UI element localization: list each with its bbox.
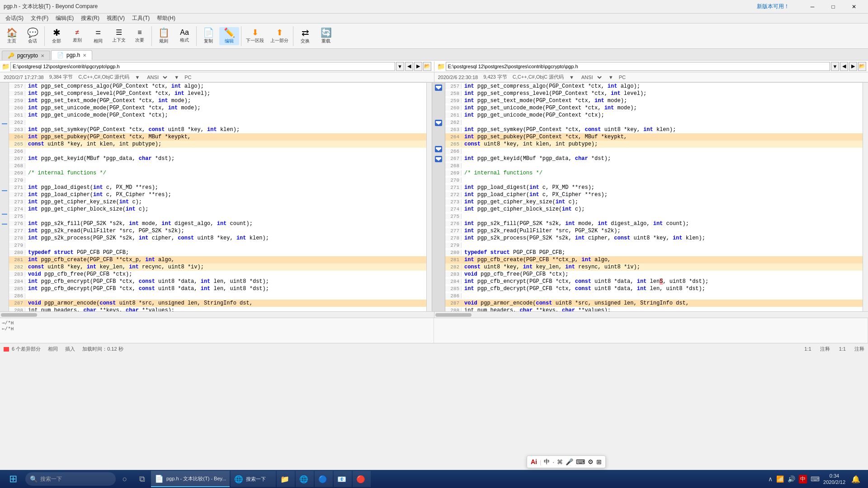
left-addr-dropdown[interactable]: ▼ xyxy=(396,62,404,71)
toolbar-copy[interactable]: 📄 复制 xyxy=(198,27,218,45)
left-addr-prev[interactable]: ◀ xyxy=(405,62,413,71)
tab-pgph-close[interactable]: ✕ xyxy=(83,53,86,58)
tab-pgcrypto-label: pgcrypto xyxy=(17,52,38,59)
taskbar-app-edge[interactable]: 🔵 xyxy=(315,471,333,487)
minimize-button[interactable]: ─ xyxy=(802,0,823,14)
taskbar-app-mail[interactable]: 📧 xyxy=(334,471,352,487)
left-hscrollbar[interactable] xyxy=(0,312,434,318)
table-row: 276int pgp_s2k_fill(PGP_S2K *s2k, int mo… xyxy=(445,220,863,227)
taskbar-app-search[interactable]: 🌐 搜索一下 xyxy=(231,471,276,487)
menu-file[interactable]: 文件(F) xyxy=(27,14,52,23)
tab-pgph-icon: 📄 xyxy=(57,52,64,58)
addr-separator xyxy=(434,61,434,71)
context-icon: ☰ xyxy=(116,29,122,36)
ime-apps-icon[interactable]: ⊞ xyxy=(596,458,602,465)
tray-arrow-icon[interactable]: ∧ xyxy=(768,475,773,483)
toolbar-context[interactable]: ☰ 上下文 xyxy=(109,28,129,44)
left-encoding-select[interactable]: ANSI UTF-8 xyxy=(145,74,169,80)
right-code-content: 257int pgp_set_compress_algo(PGP_Context… xyxy=(445,83,863,311)
notification-button[interactable]: 🔔 xyxy=(849,471,863,487)
tray-network-icon[interactable]: 📶 xyxy=(776,475,784,483)
right-code-lines: 257int pgp_set_compress_algo(PGP_Context… xyxy=(445,83,863,311)
left-vscrollbar[interactable] xyxy=(426,83,432,311)
left-addr-next[interactable]: ▶ xyxy=(414,62,422,71)
rules-icon: 📋 xyxy=(158,28,170,37)
toolbar-same[interactable]: = 相同 xyxy=(88,27,108,45)
ime-settings-icon[interactable]: ⚙ xyxy=(588,458,594,465)
toolbar-next[interactable]: ⬇ 下一区段 xyxy=(243,28,267,45)
right-addr-browse[interactable]: 📂 xyxy=(858,62,866,71)
bottom-left-line1: ⇒/*H xyxy=(2,320,432,326)
pos-left-note: 注释 xyxy=(820,346,830,352)
right-addr-next[interactable]: ▶ xyxy=(849,62,857,71)
new-version-link[interactable]: 新版本可用！ xyxy=(757,3,789,10)
taskbar-search-bar[interactable]: 🔍 搜索一下 xyxy=(25,472,116,486)
menu-view[interactable]: 视图(V) xyxy=(103,14,128,23)
ie-icon: 🌐 xyxy=(299,475,308,483)
cortana-button[interactable]: ○ xyxy=(117,471,133,487)
taskbar-app-ie[interactable]: 🌐 xyxy=(296,471,314,487)
toolbar-swap[interactable]: ⇄ 交换 xyxy=(295,27,315,45)
toolbar-prev-label: 上一部分 xyxy=(270,38,288,44)
right-addr-input[interactable] xyxy=(446,62,830,71)
right-addr-dropdown[interactable]: ▼ xyxy=(831,62,839,71)
toolbar-reload[interactable]: 🔄 重载 xyxy=(316,27,336,45)
maximize-button[interactable]: □ xyxy=(823,0,844,14)
right-encoding-select[interactable]: ANSI UTF-8 xyxy=(580,74,603,80)
right-fileinfo: 2020/2/6 22:30:18 9,423 字节 C,C++,C#,ObjC… xyxy=(434,72,868,82)
tray-sound-icon[interactable]: 🔊 xyxy=(788,475,795,483)
menu-edit[interactable]: 编辑(E) xyxy=(52,14,77,23)
menu-session[interactable]: 会话(S) xyxy=(2,14,27,23)
left-code-panel[interactable]: 257int pgp_set_compress_algo(PGP_Context… xyxy=(9,83,426,311)
toolbar-all[interactable]: ✱ 全部 xyxy=(47,27,66,45)
tab-pgph[interactable]: 📄 pgp.h ✕ xyxy=(51,50,92,60)
tray-ime-icon[interactable]: 中 xyxy=(799,475,807,483)
left-addr-input[interactable] xyxy=(10,62,395,71)
toolbar-sep3 xyxy=(196,26,197,46)
menu-tools[interactable]: 工具(T) xyxy=(128,14,153,23)
task-view-icon: ⧉ xyxy=(139,474,145,484)
close-button[interactable]: ✕ xyxy=(844,0,864,14)
toolbar-session[interactable]: 💬 会话 xyxy=(23,27,42,45)
toolbar-minor[interactable]: ≡ 次要 xyxy=(130,28,150,44)
right-vscrollbar[interactable] xyxy=(863,83,868,311)
ime-chinese-icon[interactable]: 中 xyxy=(544,458,550,466)
folder-icon: 📁 xyxy=(280,475,289,483)
toolbar-rules[interactable]: 📋 规则 xyxy=(154,27,174,45)
ime-keyboard-icon[interactable]: ⌨ xyxy=(576,458,585,465)
right-code-panel[interactable]: 257int pgp_set_compress_algo(PGP_Context… xyxy=(445,83,863,311)
tab-pgcrypto[interactable]: 🔑 pgcrypto ✕ xyxy=(2,51,50,60)
right-addr-prev[interactable]: ◀ xyxy=(840,62,848,71)
toolbar-edit[interactable]: ✏️ 编辑 xyxy=(219,27,239,45)
edge-icon: 🔵 xyxy=(318,475,327,483)
taskbar-app-browser[interactable]: 🔴 xyxy=(353,471,371,487)
taskbar-clock[interactable]: 0:34 2020/2/12 xyxy=(823,473,845,486)
left-lineend: PC xyxy=(184,75,191,80)
taskbar-app-beyondcompare[interactable]: 📄 pgp.h - 文本比较(T) - Bey... xyxy=(151,471,230,487)
menu-help[interactable]: 帮助(H) xyxy=(153,14,179,23)
ime-mic-icon[interactable]: 🎤 xyxy=(566,458,573,465)
task-view-button[interactable]: ⧉ xyxy=(134,471,150,487)
taskbar-app-folder[interactable]: 📁 xyxy=(277,471,295,487)
windows-logo-icon: ⊞ xyxy=(9,473,17,485)
left-addr-browse[interactable]: 📂 xyxy=(423,62,431,71)
toolbar-diff[interactable]: ≠ 差别 xyxy=(67,28,87,44)
ime-text: Ai xyxy=(531,458,537,465)
status-loadtime: 加载时间：0.12 秒 xyxy=(82,346,123,352)
toolbar-home[interactable]: 🏠 主页 xyxy=(2,27,22,45)
ime-option1[interactable]: ⌘ xyxy=(557,459,563,465)
toolbar-format[interactable]: Aa 格式 xyxy=(175,28,194,44)
table-row: 281int pgp_cfb_create(PGP_CFB **ctx_p, i… xyxy=(445,256,863,263)
tray-input-icon[interactable]: ⌨ xyxy=(811,475,820,483)
tab-pgcrypto-close[interactable]: ✕ xyxy=(41,53,44,58)
taskbar-tray: ∧ 📶 🔊 中 ⌨ 0:34 2020/2/12 🔔 xyxy=(768,471,866,487)
toolbar-prev[interactable]: ⬆ 上一部分 xyxy=(268,28,291,45)
right-hscrollbar[interactable] xyxy=(434,312,868,318)
ime-popup[interactable]: Ai | 中 · ⌘ 🎤 ⌨ ⚙ ⊞ xyxy=(527,455,606,468)
tabbar: 🔑 pgcrypto ✕ 📄 pgp.h ✕ xyxy=(0,49,868,61)
menu-search[interactable]: 搜索(R) xyxy=(77,14,103,23)
left-gutter xyxy=(0,83,9,311)
table-row: 285int pgp_cfb_decrypt(PGP_CFB *ctx, con… xyxy=(445,285,863,292)
start-button[interactable]: ⊞ xyxy=(2,471,24,487)
right-lineend: PC xyxy=(619,75,626,80)
